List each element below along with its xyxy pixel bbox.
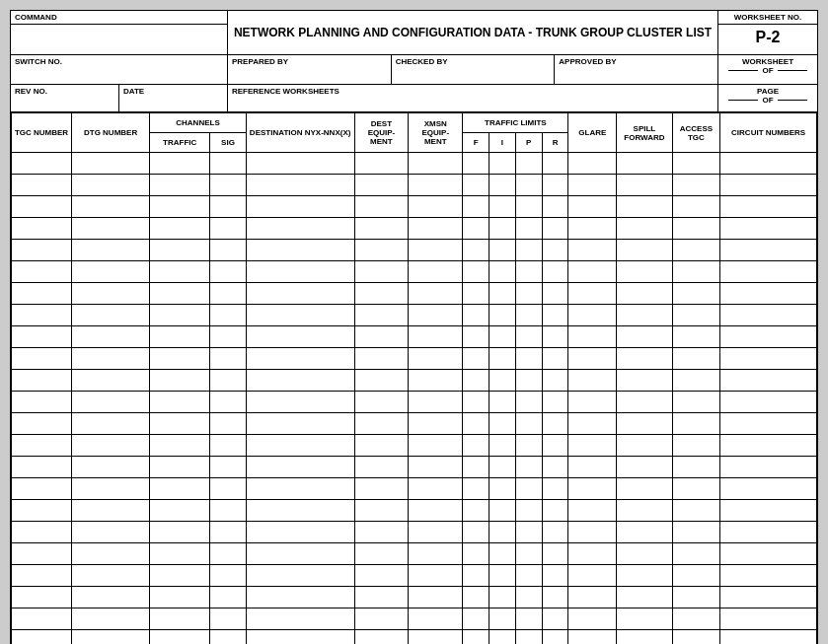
table-cell[interactable] bbox=[489, 500, 516, 522]
table-cell[interactable] bbox=[71, 413, 149, 435]
table-cell[interactable] bbox=[617, 630, 672, 645]
table-cell[interactable] bbox=[150, 326, 210, 348]
table-cell[interactable] bbox=[568, 283, 617, 305]
table-cell[interactable] bbox=[542, 153, 568, 175]
table-cell[interactable] bbox=[210, 478, 247, 500]
table-cell[interactable] bbox=[246, 370, 354, 392]
table-cell[interactable] bbox=[617, 261, 672, 283]
table-cell[interactable] bbox=[210, 348, 247, 370]
table-cell[interactable] bbox=[150, 478, 210, 500]
table-cell[interactable] bbox=[542, 261, 568, 283]
table-cell[interactable] bbox=[210, 261, 247, 283]
table-cell[interactable] bbox=[568, 413, 617, 435]
table-cell[interactable] bbox=[71, 305, 149, 326]
table-cell[interactable] bbox=[617, 587, 672, 608]
table-cell[interactable] bbox=[150, 413, 210, 435]
table-cell[interactable] bbox=[150, 283, 210, 305]
table-cell[interactable] bbox=[568, 500, 617, 522]
table-cell[interactable] bbox=[463, 543, 489, 565]
table-cell[interactable] bbox=[246, 218, 354, 240]
table-cell[interactable] bbox=[210, 326, 247, 348]
table-cell[interactable] bbox=[246, 457, 354, 478]
table-cell[interactable] bbox=[12, 240, 72, 261]
table-cell[interactable] bbox=[463, 587, 489, 608]
table-cell[interactable] bbox=[463, 305, 489, 326]
table-cell[interactable] bbox=[617, 522, 672, 543]
table-cell[interactable] bbox=[542, 240, 568, 261]
table-cell[interactable] bbox=[463, 565, 489, 587]
table-cell[interactable] bbox=[210, 500, 247, 522]
table-cell[interactable] bbox=[210, 305, 247, 326]
table-cell[interactable] bbox=[246, 565, 354, 587]
table-cell[interactable] bbox=[150, 522, 210, 543]
table-cell[interactable] bbox=[720, 240, 817, 261]
table-cell[interactable] bbox=[71, 608, 149, 630]
table-cell[interactable] bbox=[246, 413, 354, 435]
table-cell[interactable] bbox=[409, 370, 463, 392]
table-cell[interactable] bbox=[720, 500, 817, 522]
table-cell[interactable] bbox=[409, 630, 463, 645]
table-cell[interactable] bbox=[542, 608, 568, 630]
table-cell[interactable] bbox=[542, 413, 568, 435]
table-cell[interactable] bbox=[568, 326, 617, 348]
table-cell[interactable] bbox=[354, 500, 409, 522]
table-cell[interactable] bbox=[150, 543, 210, 565]
table-cell[interactable] bbox=[246, 500, 354, 522]
table-cell[interactable] bbox=[409, 565, 463, 587]
table-cell[interactable] bbox=[210, 565, 247, 587]
table-cell[interactable] bbox=[150, 196, 210, 218]
table-cell[interactable] bbox=[354, 261, 409, 283]
table-cell[interactable] bbox=[672, 261, 720, 283]
table-cell[interactable] bbox=[489, 392, 516, 413]
table-cell[interactable] bbox=[489, 565, 516, 587]
table-cell[interactable] bbox=[568, 261, 617, 283]
table-cell[interactable] bbox=[12, 326, 72, 348]
table-cell[interactable] bbox=[568, 240, 617, 261]
table-cell[interactable] bbox=[246, 196, 354, 218]
table-cell[interactable] bbox=[210, 370, 247, 392]
table-cell[interactable] bbox=[672, 348, 720, 370]
table-cell[interactable] bbox=[71, 565, 149, 587]
table-cell[interactable] bbox=[409, 543, 463, 565]
table-cell[interactable] bbox=[463, 392, 489, 413]
table-cell[interactable] bbox=[210, 543, 247, 565]
table-cell[interactable] bbox=[210, 283, 247, 305]
table-cell[interactable] bbox=[542, 565, 568, 587]
table-cell[interactable] bbox=[12, 565, 72, 587]
table-cell[interactable] bbox=[617, 370, 672, 392]
table-cell[interactable] bbox=[489, 630, 516, 645]
table-cell[interactable] bbox=[12, 630, 72, 645]
table-cell[interactable] bbox=[617, 175, 672, 196]
rev-no-value[interactable] bbox=[11, 98, 118, 111]
table-cell[interactable] bbox=[542, 435, 568, 457]
table-cell[interactable] bbox=[489, 608, 516, 630]
table-cell[interactable] bbox=[463, 175, 489, 196]
table-cell[interactable] bbox=[409, 175, 463, 196]
table-cell[interactable] bbox=[463, 435, 489, 457]
table-cell[interactable] bbox=[489, 457, 516, 478]
table-cell[interactable] bbox=[354, 543, 409, 565]
table-cell[interactable] bbox=[210, 587, 247, 608]
table-cell[interactable] bbox=[71, 153, 149, 175]
table-cell[interactable] bbox=[409, 240, 463, 261]
table-cell[interactable] bbox=[542, 543, 568, 565]
table-cell[interactable] bbox=[463, 218, 489, 240]
table-cell[interactable] bbox=[617, 565, 672, 587]
command-value[interactable] bbox=[11, 25, 227, 54]
table-cell[interactable] bbox=[720, 435, 817, 457]
table-cell[interactable] bbox=[489, 543, 516, 565]
table-cell[interactable] bbox=[489, 522, 516, 543]
table-cell[interactable] bbox=[354, 435, 409, 457]
table-cell[interactable] bbox=[246, 478, 354, 500]
table-cell[interactable] bbox=[409, 457, 463, 478]
table-cell[interactable] bbox=[515, 153, 542, 175]
table-cell[interactable] bbox=[568, 457, 617, 478]
table-cell[interactable] bbox=[463, 283, 489, 305]
table-cell[interactable] bbox=[71, 435, 149, 457]
table-cell[interactable] bbox=[720, 392, 817, 413]
table-cell[interactable] bbox=[210, 392, 247, 413]
table-cell[interactable] bbox=[515, 413, 542, 435]
table-cell[interactable] bbox=[354, 153, 409, 175]
table-cell[interactable] bbox=[463, 608, 489, 630]
table-cell[interactable] bbox=[489, 240, 516, 261]
